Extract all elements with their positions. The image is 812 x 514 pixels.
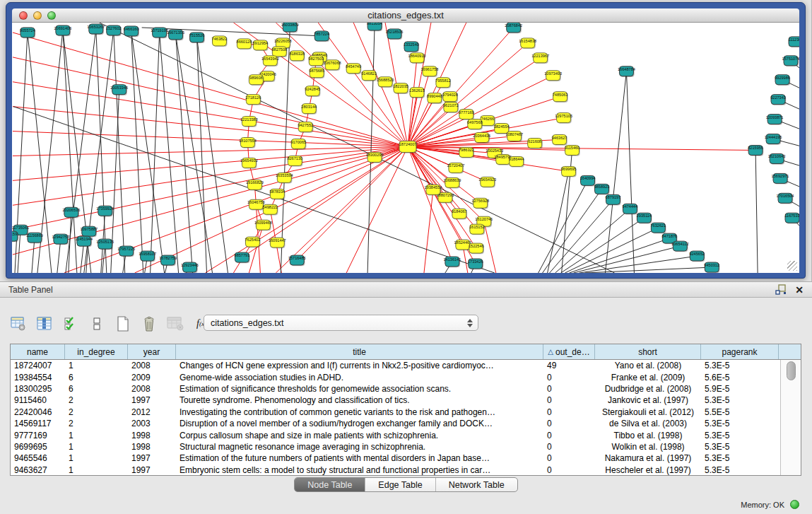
graph-node[interactable]: 9929986: [775, 75, 790, 86]
graph-node[interactable]: 621608: [528, 139, 543, 149]
graph-node[interactable]: 20876842: [505, 23, 522, 33]
graph-node[interactable]: 16671355: [167, 30, 184, 40]
scrollbar-thumb[interactable]: [787, 361, 796, 380]
graph-node[interactable]: 20364436: [473, 133, 490, 144]
graph-node[interactable]: 15720407: [447, 163, 464, 173]
table-row[interactable]: 2242004622012Investigating the contribut…: [11, 407, 801, 418]
graph-node[interactable]: 7986322: [459, 148, 474, 158]
graph-node[interactable]: 10973493: [544, 71, 562, 81]
column-header-title[interactable]: title: [176, 344, 543, 359]
graph-node[interactable]: 9875685: [309, 68, 324, 78]
graph-node[interactable]: 9463627: [552, 135, 567, 146]
rows-icon[interactable]: [88, 315, 105, 332]
graph-node[interactable]: 1733426: [468, 259, 483, 269]
graph-node[interactable]: 16033809: [281, 23, 299, 33]
graph-node[interactable]: 9184067: [452, 209, 467, 219]
graph-node[interactable]: 8813054: [367, 23, 382, 31]
resize-grip-icon[interactable]: [787, 261, 797, 271]
graph-edge[interactable]: [69, 212, 71, 273]
graph-node[interactable]: 2718126: [246, 95, 261, 105]
graph-node[interactable]: 1112304: [789, 37, 799, 47]
graph-node[interactable]: 15688520: [377, 77, 394, 88]
graph-node[interactable]: 7955812: [435, 78, 451, 88]
table-row[interactable]: 911546021997Tourette syndrome. Phenomeno…: [11, 395, 801, 406]
graph-node[interactable]: 5878334: [269, 189, 285, 199]
graph-edge[interactable]: [176, 35, 213, 273]
graph-node[interactable]: 9474444: [623, 204, 638, 214]
graph-node[interactable]: 9115460: [565, 146, 580, 156]
graph-node[interactable]: 12093871: [766, 115, 784, 125]
table-mode-icon[interactable]: [10, 315, 27, 332]
select-attributes-icon[interactable]: [62, 315, 79, 332]
graph-node[interactable]: 9186444: [509, 156, 524, 167]
graph-node[interactable]: 19654932: [240, 158, 258, 168]
graph-node[interactable]: 17957225: [117, 246, 135, 257]
graph-node[interactable]: 18640910: [408, 53, 426, 64]
graph-node[interactable]: 12756928: [471, 198, 489, 209]
graph-edge[interactable]: [13, 147, 408, 156]
delete-column-icon[interactable]: [141, 315, 158, 332]
graph-node[interactable]: 16353594: [276, 173, 293, 183]
graph-node[interactable]: 9794028: [442, 92, 458, 103]
graph-edge[interactable]: [484, 221, 496, 273]
table-row[interactable]: 1456911722003Disruption of a novel membe…: [11, 418, 801, 429]
graph-node[interactable]: 12975105: [555, 113, 572, 124]
graph-edge[interactable]: [424, 189, 433, 273]
graph-edge[interactable]: [755, 150, 758, 273]
graph-edge[interactable]: [242, 147, 408, 258]
graph-node[interactable]: 11156869: [26, 233, 43, 243]
graph-node[interactable]: 7515526: [189, 33, 205, 43]
graph-node[interactable]: 9858923: [594, 184, 610, 194]
tab-node-table[interactable]: Node Table: [295, 478, 365, 491]
graph-node[interactable]: 989608: [249, 75, 264, 86]
close-panel-icon[interactable]: ✕: [795, 285, 804, 295]
graph-node[interactable]: 1522546: [469, 243, 484, 254]
graph-edge[interactable]: [13, 147, 408, 181]
graph-node[interactable]: 7632621: [650, 223, 666, 233]
tab-network-table[interactable]: Network Table: [436, 478, 517, 491]
graph-node[interactable]: 9245652: [689, 251, 705, 262]
graph-edge[interactable]: [114, 30, 125, 273]
graph-node[interactable]: 1615152: [469, 224, 485, 235]
graph-node[interactable]: 6466160: [124, 26, 139, 37]
graph-node[interactable]: 10807487: [505, 132, 523, 142]
graph-node[interactable]: 12213967: [531, 53, 549, 64]
graph-node[interactable]: 1527602: [106, 25, 122, 36]
graph-node[interactable]: 20053346: [110, 85, 128, 95]
graph-node[interactable]: 5498222: [262, 204, 278, 215]
network-window[interactable]: citations_edges.txt 18724007905572420691…: [6, 2, 806, 279]
graph-node[interactable]: 9857791: [235, 252, 250, 263]
graph-node[interactable]: 17359924: [96, 206, 114, 216]
graph-node[interactable]: 10654112: [671, 241, 688, 252]
graph-edge[interactable]: [574, 246, 681, 273]
graph-node[interactable]: 16961758: [421, 66, 439, 77]
graph-node[interactable]: 12213383: [240, 117, 258, 127]
graph-node[interactable]: 11451944: [76, 236, 93, 247]
graph-node[interactable]: 9170065: [290, 139, 306, 150]
graph-node[interactable]: 12444195: [765, 134, 782, 145]
graph-node[interactable]: 7485063: [553, 92, 568, 103]
graph-node[interactable]: 15218506: [386, 29, 404, 40]
table-row[interactable]: 969969511998Structural magnetic resonanc…: [11, 441, 801, 452]
graph-node[interactable]: 2803144: [301, 104, 317, 115]
graph-node[interactable]: 9427552: [298, 122, 313, 133]
graph-node[interactable]: 8454749: [346, 64, 361, 74]
table-row[interactable]: 1938455462009Genome-wide association stu…: [11, 371, 801, 382]
graph-edge[interactable]: [176, 35, 193, 273]
graph-node[interactable]: 18107554: [239, 138, 257, 148]
graph-edge[interactable]: [13, 147, 408, 206]
graph-node[interactable]: 9621072: [443, 103, 459, 113]
new-table-icon[interactable]: [114, 315, 131, 332]
graph-node[interactable]: 1822035: [393, 83, 408, 94]
graph-node[interactable]: 16091447: [269, 238, 286, 248]
graph-node[interactable]: 9242845: [305, 86, 320, 97]
column-header-short[interactable]: short: [595, 344, 701, 359]
graph-edge[interactable]: [249, 225, 263, 273]
citation-graph[interactable]: 1872400790557242069140610653267152760264…: [12, 23, 799, 273]
graph-edge[interactable]: [13, 33, 408, 147]
graph-node[interactable]: 9827503: [308, 56, 324, 66]
graph-node[interactable]: 9146821: [361, 71, 377, 81]
graph-node[interactable]: 8267130: [287, 156, 302, 166]
graph-node[interactable]: 7857224: [314, 31, 329, 42]
tab-edge-table[interactable]: Edge Table: [365, 478, 435, 491]
